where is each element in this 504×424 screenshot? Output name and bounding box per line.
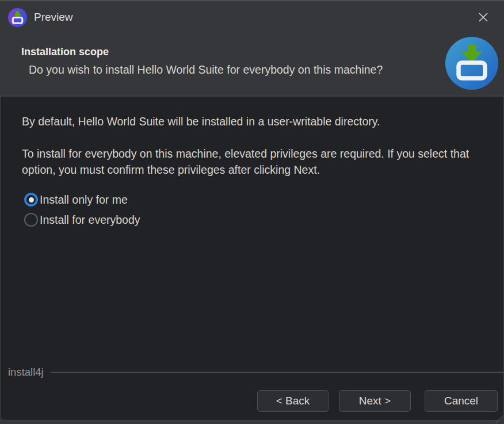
back-button[interactable]: < Back	[257, 390, 329, 412]
install4j-brand-label: install4j	[8, 366, 44, 379]
radio-dot	[29, 197, 34, 203]
install-hero-icon	[445, 37, 498, 90]
wizard-button-row: < Back Next > Cancel	[257, 390, 498, 412]
close-icon	[476, 10, 491, 25]
radio-button-icon[interactable]	[24, 193, 38, 207]
resize-grip[interactable]	[495, 415, 503, 423]
radio-install-only-for-me[interactable]: Install only for me	[24, 193, 503, 207]
titlebar: Preview	[0, 1, 504, 33]
paragraph-default-install: By default, Hello World Suite will be in…	[22, 113, 482, 129]
radio-install-for-everybody[interactable]: Install for everybody	[24, 213, 503, 227]
install-scope-radio-group: Install only for me Install for everybod…	[24, 193, 503, 227]
step-subtitle: Do you wish to install Hello World Suite…	[29, 63, 504, 77]
paragraph-elevated-privileges: To install for everybody on this machine…	[22, 146, 482, 178]
radio-label[interactable]: Install only for me	[40, 193, 128, 207]
window-title: Preview	[34, 11, 73, 24]
close-button[interactable]	[474, 8, 492, 26]
installer-window: Preview Installation scope Do you wish t…	[0, 0, 504, 424]
content-panel: By default, Hello World Suite will be in…	[0, 96, 504, 421]
cancel-button[interactable]: Cancel	[425, 390, 498, 412]
brand-divider-line	[51, 372, 503, 373]
next-button[interactable]: Next >	[339, 390, 411, 412]
radio-button-icon[interactable]	[24, 213, 38, 227]
brand-row: install4j	[8, 366, 503, 379]
step-title: Installation scope	[21, 46, 504, 58]
radio-label[interactable]: Install for everybody	[40, 213, 140, 227]
step-header: Installation scope Do you wish to instal…	[0, 33, 504, 96]
installer-app-icon	[8, 8, 27, 27]
